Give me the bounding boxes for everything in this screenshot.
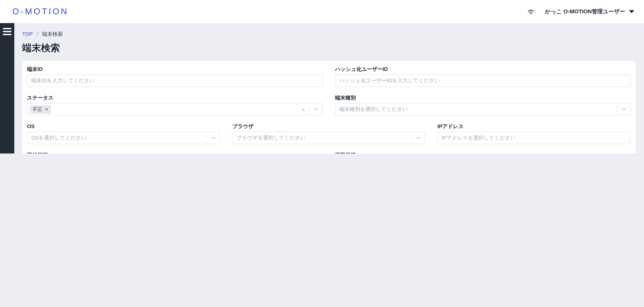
breadcrumb: TOP / 端末検索 <box>22 31 636 38</box>
app-root: O-MOTION かっこ O-MOTION管理ユーザー TOP / <box>0 0 644 154</box>
browser-label: ブラウザ <box>232 123 425 130</box>
device-type-select[interactable] <box>335 103 631 116</box>
os-input[interactable] <box>27 132 220 144</box>
device-id-label: 端末ID <box>27 66 323 72</box>
browser-dropdown-toggle[interactable] <box>412 133 425 142</box>
omotion-logo[interactable]: O-MOTION <box>12 6 69 16</box>
search-form-card: 端末ID ハッシュ化ユーザーID ステータス 不正 ✕ <box>22 61 636 154</box>
sidebar <box>0 23 14 154</box>
device-type-dropdown-toggle[interactable] <box>617 105 631 114</box>
wifi-icon <box>527 7 535 16</box>
clear-icon[interactable]: ✕ <box>301 104 306 116</box>
ip-field: IPアドレス <box>438 123 630 144</box>
browser-select[interactable] <box>232 132 425 144</box>
browser-field: ブラウザ <box>232 123 425 144</box>
browser-input[interactable] <box>232 132 425 144</box>
header-right: かっこ O-MOTION管理ユーザー <box>527 7 634 16</box>
form-row-2: ステータス 不正 ✕ ✕ <box>27 95 631 116</box>
status-field: ステータス 不正 ✕ ✕ <box>27 95 323 116</box>
user-menu[interactable]: かっこ O-MOTION管理ユーザー <box>545 8 634 15</box>
user-name: かっこ O-MOTION管理ユーザー <box>545 8 625 15</box>
updated-date-field: 更新日時 〜 <box>335 152 631 154</box>
chevron-down-icon <box>621 106 627 112</box>
status-tag: 不正 ✕ <box>30 105 51 114</box>
device-id-field: 端末ID <box>27 66 323 87</box>
breadcrumb-top-link[interactable]: TOP <box>22 31 33 37</box>
ip-input[interactable] <box>438 132 630 144</box>
os-select[interactable] <box>27 132 220 144</box>
tag-remove-icon[interactable]: ✕ <box>45 107 48 112</box>
breadcrumb-separator: / <box>36 31 38 37</box>
menu-toggle-button[interactable] <box>3 28 12 35</box>
form-row-1: 端末ID ハッシュ化ユーザーID <box>27 66 631 87</box>
form-row-3: OS ブラウザ <box>27 123 631 144</box>
hashed-user-id-label: ハッシュ化ユーザーID <box>335 66 631 72</box>
registered-date-field: 登録日時 〜 <box>27 152 323 154</box>
chevron-down-icon <box>415 135 422 141</box>
top-header: O-MOTION かっこ O-MOTION管理ユーザー <box>0 0 644 23</box>
page-title: 端末検索 <box>22 42 636 54</box>
device-type-input[interactable] <box>335 103 631 116</box>
device-id-input[interactable] <box>27 74 323 87</box>
device-type-field: 端末種別 <box>335 95 631 116</box>
breadcrumb-current: 端末検索 <box>42 31 63 38</box>
os-dropdown-toggle[interactable] <box>206 133 220 142</box>
main-content: TOP / 端末検索 端末検索 端末ID ハッシュ化ユーザーID <box>14 23 644 154</box>
chevron-down-icon <box>629 10 634 13</box>
status-tag-label: 不正 <box>32 106 42 112</box>
status-label: ステータス <box>27 95 323 101</box>
os-label: OS <box>27 123 220 130</box>
chevron-down-icon <box>210 135 216 141</box>
status-dropdown-toggle[interactable] <box>309 105 322 114</box>
registered-date-label: 登録日時 <box>27 152 323 154</box>
status-multiselect[interactable]: 不正 ✕ ✕ <box>27 103 323 116</box>
hashed-user-id-input[interactable] <box>335 74 631 87</box>
os-field: OS <box>27 123 220 144</box>
form-row-4: 登録日時 〜 更新日時 〜 <box>27 152 631 154</box>
ip-label: IPアドレス <box>438 123 630 130</box>
device-type-label: 端末種別 <box>335 95 631 101</box>
hashed-user-id-field: ハッシュ化ユーザーID <box>335 66 631 87</box>
chevron-down-icon <box>312 106 319 112</box>
updated-date-label: 更新日時 <box>335 152 631 154</box>
